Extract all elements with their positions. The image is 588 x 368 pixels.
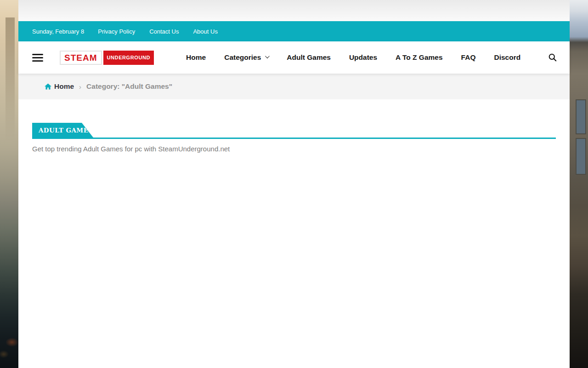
- logo-underground-text: UNDERGROUND: [103, 51, 154, 65]
- background-window: [576, 99, 586, 134]
- topbar-link-about-us[interactable]: About Us: [193, 28, 217, 35]
- nav-item-faq[interactable]: FAQ: [461, 53, 476, 62]
- topbar: Sunday, February 8 Privacy Policy Contac…: [18, 21, 570, 41]
- breadcrumb-home-label: Home: [54, 82, 74, 91]
- hamburger-icon[interactable]: [32, 54, 43, 62]
- nav-item-categories-label: Categories: [224, 53, 261, 62]
- nav-item-categories[interactable]: Categories: [224, 53, 268, 62]
- breadcrumb-current-page: Category: "Adult Games": [86, 82, 172, 91]
- background-artwork-right: [570, 0, 588, 368]
- chevron-down-icon: [265, 54, 270, 58]
- nav-item-adult-games[interactable]: Adult Games: [287, 53, 331, 62]
- logo-steam-text: STEAM: [60, 51, 102, 65]
- section-title-badge: ADULT GAMES: [32, 123, 93, 138]
- main-menu: Home Categories Adult Games Updates A To…: [186, 53, 520, 62]
- breadcrumb-home-link[interactable]: Home: [45, 82, 74, 91]
- breadcrumb-separator: ›: [79, 83, 81, 91]
- date-text: Sunday, February 8: [32, 28, 84, 35]
- pre-header-strip: [18, 0, 570, 21]
- main-content: ADULT GAMES Get top trending Adult Games…: [18, 99, 570, 368]
- nav-item-home[interactable]: Home: [186, 53, 206, 62]
- topbar-link-privacy-policy[interactable]: Privacy Policy: [98, 28, 135, 35]
- breadcrumb: Home › Category: "Adult Games": [18, 74, 570, 99]
- nav-item-discord[interactable]: Discord: [494, 53, 520, 62]
- main-navbar: STEAM UNDERGROUND Home Categories Adult …: [18, 41, 570, 74]
- background-window: [576, 138, 586, 175]
- category-description: Get top trending Adult Games for pc with…: [32, 145, 556, 153]
- background-artwork-left: [0, 0, 18, 368]
- search-icon[interactable]: [548, 53, 557, 62]
- nav-item-updates[interactable]: Updates: [349, 53, 377, 62]
- topbar-link-contact-us[interactable]: Contact Us: [149, 28, 179, 35]
- section-title-underline: [32, 138, 556, 139]
- site-logo[interactable]: STEAM UNDERGROUND: [60, 51, 154, 65]
- home-icon: [45, 83, 51, 90]
- page-container: Sunday, February 8 Privacy Policy Contac…: [18, 0, 570, 368]
- nav-item-a-to-z-games[interactable]: A To Z Games: [396, 53, 443, 62]
